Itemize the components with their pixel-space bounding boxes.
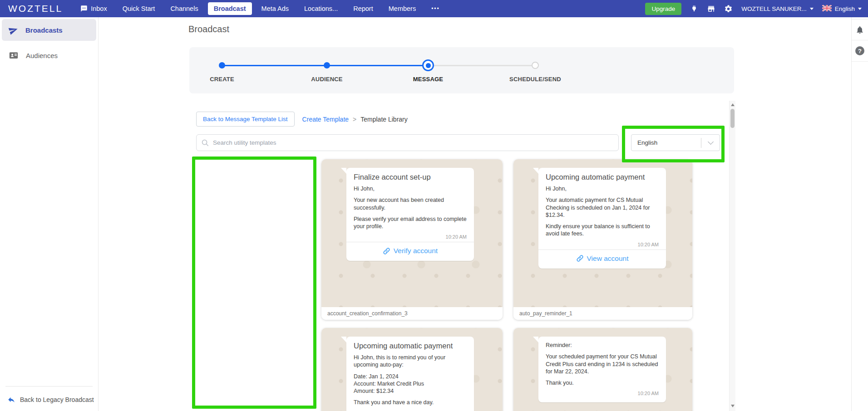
- checkbox[interactable]: [203, 207, 210, 214]
- nav-meta-ads[interactable]: Meta Ads: [256, 2, 295, 15]
- page-title: Broadcast: [188, 24, 229, 34]
- filter-feedback-survey[interactable]: Feedback survey (5): [203, 274, 307, 281]
- checkbox[interactable]: [203, 361, 210, 368]
- template-card[interactable]: Upcoming automatic payment Hi John, Your…: [513, 159, 692, 320]
- message-time: 10:20 AM: [546, 391, 659, 396]
- step-label-audience: AUDIENCE: [286, 76, 368, 83]
- filter-order-pick-up[interactable]: Order pick up (2): [203, 361, 307, 368]
- filter-ecommerce[interactable]: E-commerce (46): [203, 207, 307, 214]
- account-menu[interactable]: WOZTELL SANUKER...: [741, 5, 814, 12]
- template-card[interactable]: Finalize account set-up Hi John, Your ne…: [321, 159, 503, 320]
- help-button[interactable]: ?: [852, 40, 868, 62]
- scroll-down-arrow[interactable]: [731, 405, 735, 407]
- sidebar-item-broadcasts[interactable]: Broadcasts: [2, 19, 96, 41]
- chain-link-icon: [383, 247, 390, 255]
- filter-delivery-confirmation[interactable]: Delivery confirmation (3): [203, 349, 307, 356]
- step-dot-schedule[interactable]: [532, 62, 539, 69]
- chevron-down-icon: [858, 8, 862, 10]
- storefront-icon[interactable]: [707, 5, 715, 13]
- filter-delivery-update[interactable]: Delivery update (3): [203, 313, 307, 321]
- template-title: Upcoming automatic payment: [546, 173, 659, 181]
- step-connector: [327, 65, 428, 66]
- step-label-message: MESSAGE: [387, 76, 469, 83]
- navbar-language-label: English: [835, 5, 855, 12]
- filter-utility[interactable]: Utility (76): [203, 179, 307, 186]
- navbar-language-menu[interactable]: English: [822, 5, 862, 13]
- template-language-select[interactable]: English: [631, 134, 720, 151]
- nav-locations[interactable]: Locations...: [298, 2, 344, 15]
- step-dot-audience[interactable]: [324, 62, 330, 68]
- template-name: auto_pay_reminder_1: [513, 307, 692, 320]
- nav-quick-start[interactable]: Quick Start: [117, 2, 161, 15]
- scrollbar-thumb[interactable]: [730, 109, 735, 128]
- chain-link-icon: [576, 254, 584, 262]
- upgrade-button[interactable]: Upgrade: [645, 3, 681, 15]
- template-name: account_creation_confirmation_3: [321, 307, 503, 320]
- chevron-down-icon: [708, 139, 714, 145]
- filter-order-confirmation[interactable]: Order confirmation (3): [203, 384, 307, 391]
- template-card[interactable]: Reminder: Your scheduled payment for you…: [513, 328, 692, 411]
- checkbox[interactable]: [203, 314, 210, 321]
- step-connector: [428, 65, 535, 66]
- checkbox[interactable]: [203, 247, 210, 254]
- breadcrumb-create-template-link[interactable]: Create Template: [302, 116, 349, 123]
- sidebar-item-audiences[interactable]: Audiences: [2, 45, 96, 65]
- filter-scrollbar-thumb[interactable]: [310, 159, 313, 234]
- info-icon[interactable]: [247, 179, 254, 186]
- nav-members[interactable]: Members: [383, 2, 422, 15]
- message-bubble: Upcoming automatic payment Hi John, Your…: [538, 168, 666, 269]
- template-cta-button[interactable]: View account: [538, 250, 666, 267]
- template-cta-button[interactable]: Verify account: [346, 242, 474, 259]
- scroll-up-arrow[interactable]: [731, 103, 735, 106]
- filter-section-category[interactable]: Category: [203, 167, 307, 175]
- checkbox[interactable]: [203, 385, 210, 391]
- filter-section-customer-feedback[interactable]: Customer Feedback: [203, 262, 307, 269]
- checkbox[interactable]: [203, 338, 210, 344]
- step-connector: [222, 65, 327, 66]
- filter-financial-services[interactable]: Financial services (57): [203, 219, 307, 226]
- cta-label: Verify account: [394, 247, 438, 255]
- breadcrumb: Back to Message Template List Create Tem…: [196, 112, 408, 127]
- whatsapp-preview-background: Upcoming automatic payment Hi John, this…: [321, 328, 503, 411]
- nav-more-menu[interactable]: •••: [425, 3, 446, 15]
- template-card[interactable]: Upcoming automatic payment Hi John, this…: [321, 328, 503, 411]
- filter-shipment-confirmation[interactable]: Shipment confirmation (3): [203, 302, 307, 309]
- filter-section-order-management[interactable]: Order Management: [203, 289, 307, 297]
- right-utility-rail: ?: [851, 17, 868, 411]
- reply-arrow-icon: [7, 396, 15, 404]
- nav-broadcast[interactable]: Broadcast: [208, 2, 252, 15]
- main-nav: Inbox Quick Start Channels Broadcast Met…: [74, 2, 446, 15]
- checkbox-checked[interactable]: [203, 180, 210, 186]
- step-dot-message[interactable]: [422, 59, 434, 71]
- notifications-button[interactable]: [852, 19, 868, 40]
- checkbox[interactable]: [203, 219, 210, 226]
- checkbox[interactable]: [203, 326, 210, 333]
- filter-order-delay[interactable]: Order delay (2): [203, 325, 307, 333]
- step-label-schedule: SCHEDULE/SEND: [494, 76, 576, 83]
- plug-icon[interactable]: [690, 5, 698, 13]
- filter-account-creation-confirmation[interactable]: Account creation confirmation (1): [203, 246, 307, 254]
- filter-divider: [203, 232, 305, 232]
- step-dot-create[interactable]: [219, 62, 225, 68]
- library-scrollbar[interactable]: [729, 101, 735, 411]
- filter-section-account-updates[interactable]: Account Updates: [203, 234, 307, 242]
- filter-order-action-needed[interactable]: Order action needed (2): [203, 372, 307, 380]
- uk-flag-icon: [822, 5, 832, 13]
- back-to-template-list-button[interactable]: Back to Message Template List: [196, 112, 295, 127]
- paper-plane-icon: [7, 24, 19, 36]
- search-input[interactable]: [197, 135, 618, 151]
- gear-icon[interactable]: [724, 5, 733, 13]
- nav-inbox[interactable]: Inbox: [74, 2, 113, 15]
- filter-divider: [203, 259, 305, 260]
- nav-channels[interactable]: Channels: [164, 2, 204, 15]
- nav-report[interactable]: Report: [347, 2, 379, 15]
- back-to-legacy-link[interactable]: Back to Legacy Broadcast: [7, 396, 94, 404]
- checkbox[interactable]: [203, 349, 210, 356]
- filter-section-industry[interactable]: Industry: [203, 195, 307, 202]
- checkbox[interactable]: [203, 274, 210, 281]
- filter-delivery-failed[interactable]: Delivery failed (3): [203, 337, 307, 344]
- checkbox[interactable]: [203, 302, 210, 309]
- contacts-card-icon: [9, 50, 19, 60]
- checkbox[interactable]: [203, 373, 210, 380]
- top-navbar: WOZTELL Inbox Quick Start Channels Broad…: [0, 0, 868, 17]
